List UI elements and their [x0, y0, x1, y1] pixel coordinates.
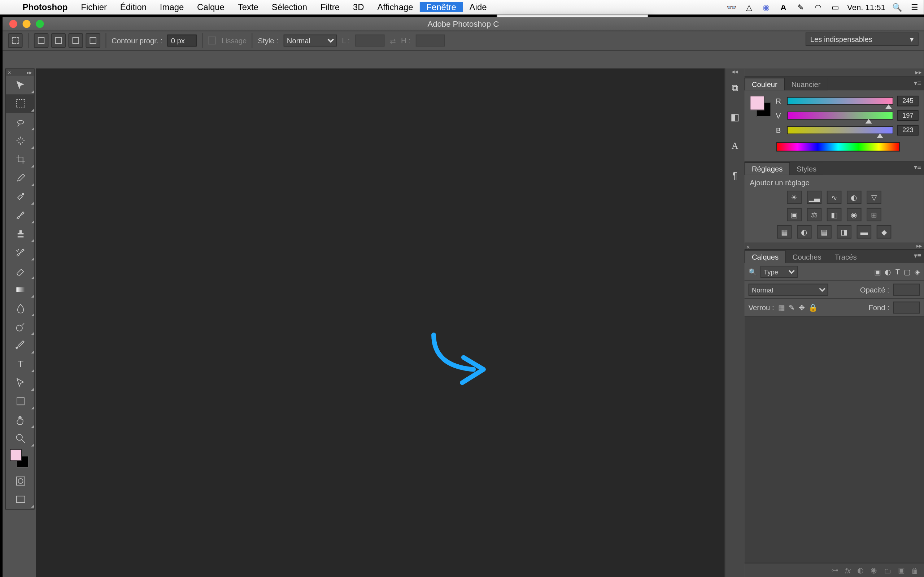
window-minimize-button[interactable] [23, 20, 31, 28]
tab-paths[interactable]: Tracés [828, 251, 863, 263]
canvas-area[interactable] [36, 69, 725, 577]
menu-texte[interactable]: Texte [231, 2, 265, 12]
adj-gradmap-icon[interactable]: ▬ [857, 225, 871, 239]
menu-affichage[interactable]: Affichage [371, 2, 420, 12]
filter-adjust-icon[interactable]: ◐ [885, 268, 891, 276]
menu-sélection[interactable]: Sélection [265, 2, 313, 12]
lock-position-icon[interactable]: ✥ [799, 303, 805, 312]
adj-vibrance-icon[interactable]: ▽ [867, 191, 881, 204]
drive-icon[interactable]: △ [744, 2, 754, 11]
value-V[interactable]: 197 [897, 110, 919, 121]
hand-tool[interactable] [6, 411, 35, 429]
swap-wh-icon[interactable]: ⇄ [390, 36, 396, 45]
layers-list[interactable] [745, 317, 924, 563]
gradient-tool[interactable] [6, 280, 35, 299]
tab-styles[interactable]: Styles [790, 163, 823, 175]
dodge-tool[interactable] [6, 318, 35, 337]
slider-R[interactable] [787, 97, 893, 105]
adj-exposure-icon[interactable]: ◐ [847, 191, 861, 204]
foreground-swatch[interactable] [10, 449, 22, 461]
lock-all-icon[interactable]: 🔒 [808, 303, 818, 312]
heal-tool[interactable] [6, 187, 35, 206]
quickmask-button[interactable] [6, 472, 35, 490]
menu-filtre[interactable]: Filtre [314, 2, 347, 12]
tool-preset-button[interactable] [8, 33, 22, 48]
menu-3d[interactable]: 3D [346, 2, 370, 12]
adobe-icon[interactable]: A [778, 2, 789, 11]
height-input[interactable] [416, 35, 445, 47]
toolbox-collapse-icon[interactable]: ▸▸ [27, 69, 32, 76]
glasses-icon[interactable]: 👓 [726, 2, 737, 11]
new-layer-icon[interactable]: ▣ [898, 566, 905, 575]
tab-adjustments[interactable]: Réglages [745, 162, 790, 175]
lock-transparent-icon[interactable]: ▦ [778, 303, 785, 312]
new-fill-icon[interactable]: ◉ [871, 566, 877, 575]
fill-input[interactable] [893, 301, 920, 313]
menu-calque[interactable]: Calque [191, 2, 231, 12]
zoom-tool[interactable] [6, 429, 35, 448]
adj-brightness-icon[interactable]: ☀ [787, 191, 801, 204]
layer-mask-icon[interactable]: ◐ [857, 566, 864, 575]
sel-add-button[interactable] [51, 33, 66, 48]
adj-invert-icon[interactable]: ◐ [797, 225, 812, 239]
filter-shape-icon[interactable]: ▢ [904, 268, 910, 276]
evernote-icon[interactable]: ✎ [795, 2, 806, 11]
tab-color[interactable]: Couleur [745, 77, 785, 90]
menu-fichier[interactable]: Fichier [74, 2, 114, 12]
adj-balance-icon[interactable]: ⚖ [807, 208, 821, 221]
adj-thresh-icon[interactable]: ◨ [837, 225, 851, 239]
menu-édition[interactable]: Édition [113, 2, 153, 12]
spotlight-icon[interactable]: 🔍 [892, 2, 902, 11]
antialias-checkbox[interactable] [208, 37, 216, 44]
workspace-switcher[interactable]: Les indispensables [806, 32, 919, 46]
filter-smart-icon[interactable]: ◈ [914, 268, 920, 276]
layer-filter-select[interactable]: Type [760, 266, 798, 278]
app-name[interactable]: Photoshop [16, 2, 74, 12]
move-tool[interactable] [6, 76, 35, 95]
opacity-input[interactable] [893, 284, 920, 296]
toolbox-close-icon[interactable]: × [8, 69, 11, 76]
blend-mode-select[interactable]: Normal [749, 284, 828, 296]
pen-tool[interactable] [6, 336, 35, 355]
lock-pixels-icon[interactable]: ✎ [789, 303, 795, 312]
link-layers-icon[interactable]: ⊶ [831, 566, 839, 575]
layers-group-collapse-icon[interactable]: ▸▸ [916, 243, 922, 249]
menu-fenêtre[interactable]: Fenêtre [420, 2, 463, 12]
style-select[interactable]: Normal [284, 35, 337, 47]
properties-icon[interactable]: ◧ [728, 110, 742, 124]
character-icon[interactable]: A [728, 139, 742, 153]
blur-tool[interactable] [6, 299, 35, 318]
sel-sub-button[interactable] [69, 33, 83, 48]
adj-bw-icon[interactable]: ◧ [827, 208, 841, 221]
adj-photo-icon[interactable]: ◉ [847, 208, 861, 221]
value-R[interactable]: 245 [897, 96, 919, 106]
eraser-tool[interactable] [6, 262, 35, 280]
panels-collapse-icon[interactable]: ▸▸ [915, 69, 922, 76]
adj-mixer-icon[interactable]: ⊞ [867, 208, 881, 221]
cloud-icon[interactable]: ◉ [761, 2, 771, 11]
spectrum-bar[interactable] [776, 142, 900, 152]
slider-B[interactable] [787, 126, 893, 134]
window-close-button[interactable] [10, 20, 17, 28]
eyedropper-tool[interactable] [6, 169, 35, 187]
notifications-icon[interactable]: ☰ [909, 2, 920, 11]
adj-selcolor-icon[interactable]: ◆ [877, 225, 891, 239]
value-B[interactable]: 223 [897, 125, 919, 135]
layers-panel-menu-icon[interactable]: ▾≡ [914, 251, 921, 259]
tab-layers[interactable]: Calques [745, 251, 786, 263]
filter-pixel-icon[interactable]: ▣ [874, 268, 881, 276]
sel-new-button[interactable] [34, 33, 48, 48]
layer-fx-icon[interactable]: fx [845, 567, 851, 574]
wand-tool[interactable] [6, 131, 35, 150]
adj-curves-icon[interactable]: ∿ [827, 191, 841, 204]
adj-hue-icon[interactable]: ▣ [787, 208, 801, 221]
window-zoom-button[interactable] [36, 20, 44, 28]
color-swatches[interactable] [6, 448, 34, 472]
shape-tool[interactable] [6, 392, 35, 411]
clock[interactable]: Ven. 11:51 [847, 2, 885, 11]
adjust-panel-menu-icon[interactable]: ▾≡ [914, 164, 921, 171]
sel-intersect-button[interactable] [85, 33, 100, 48]
stamp-tool[interactable] [6, 225, 35, 243]
screenmode-button[interactable] [6, 490, 35, 509]
dockstrip-collapse-icon[interactable]: ◂◂ [725, 69, 745, 77]
